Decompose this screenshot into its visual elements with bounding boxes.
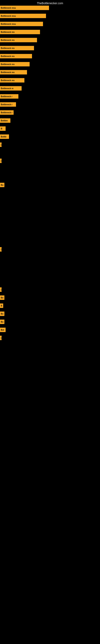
bar-item: B — [0, 126, 6, 131]
bar-item: Bo — [0, 312, 4, 316]
bar-item: Bottleneck res — [0, 54, 32, 58]
bar-label: Bottleneck res — [1, 63, 15, 66]
bar-item: Bottleneck re — [0, 86, 22, 90]
bar-label: Bottleneck res — [1, 47, 15, 49]
bar-label: Bottleneck r — [1, 96, 12, 98]
bar-label: Bottlen — [1, 120, 8, 122]
bar-item: Bottleneck resu — [0, 6, 49, 10]
bar-item: Bo — [0, 183, 4, 187]
bar-label: B — [1, 128, 2, 130]
bar-label: | — [1, 248, 1, 250]
bar-label: Bottleneck resu — [1, 23, 16, 25]
bar-item: Bottleneck res — [0, 38, 37, 42]
bar-item: B — [0, 304, 3, 308]
bar-label: Bottleneck res — [1, 31, 15, 33]
bar-item: | — [0, 247, 1, 252]
bar-item: Bottleneck res — [0, 78, 24, 82]
bar-item: Bottleneck resu — [0, 14, 46, 18]
bar-label: | — [1, 337, 1, 339]
bar-label: Bottleneck resu — [1, 7, 16, 9]
bar-label: | — [1, 160, 1, 162]
bar-item: Bo — [0, 296, 4, 300]
bar-label: Bo — [1, 313, 3, 315]
bar-label: B — [1, 305, 2, 307]
bar-item: Bot — [0, 328, 6, 332]
bar-label: Bottleneck r — [1, 112, 12, 114]
bar-label: Bottleneck re — [1, 87, 13, 90]
bar-label: Bottleneck resu — [1, 15, 16, 17]
bar-label: Bottleneck res — [1, 55, 15, 57]
bar-item: | — [0, 288, 1, 292]
bar-label: Bo — [1, 184, 3, 186]
bar-label: Bo — [1, 297, 3, 299]
bar-item: | — [0, 336, 1, 340]
bar-item: Bo — [0, 320, 4, 324]
bar-item: | — [0, 158, 1, 163]
bar-item: | — [0, 142, 1, 147]
bar-item: Bottleneck res — [0, 62, 30, 66]
bar-label: | — [1, 144, 1, 146]
bar-label: Bottleneck res — [1, 39, 15, 41]
bar-label: Bot — [1, 329, 4, 331]
bar-item: Bottleneck r — [0, 102, 16, 107]
bar-item: Bottleneck resu — [0, 22, 43, 26]
bar-item: Bottleneck r — [0, 110, 14, 115]
bar-item: Bottle — [0, 134, 9, 139]
bar-label: Bottle — [1, 136, 6, 138]
bar-item: Bottleneck r — [0, 94, 18, 98]
bar-item: Bottleneck res — [0, 70, 27, 74]
bar-item: Bottleneck res — [0, 46, 34, 50]
bar-item: Bottlen — [0, 118, 10, 123]
bar-label: Bo — [1, 321, 3, 323]
bar-label: Bottleneck res — [1, 79, 15, 82]
bar-label: Bottleneck res — [1, 71, 15, 74]
bar-label: Bottleneck r — [1, 104, 12, 106]
bar-item: Bottleneck res — [0, 30, 40, 34]
bar-label: | — [1, 288, 1, 291]
